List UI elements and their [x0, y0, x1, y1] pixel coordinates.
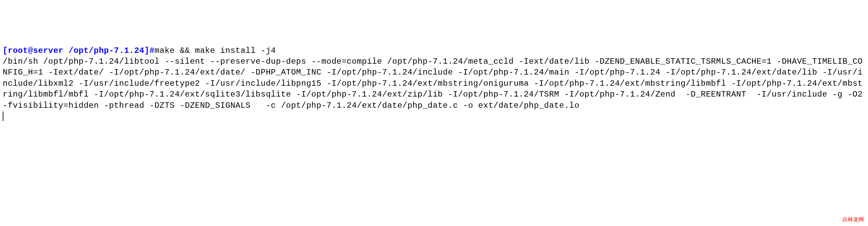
prompt-user-host: [root@server	[3, 46, 63, 55]
command-input[interactable]: make && make install -j4	[154, 46, 276, 55]
cursor	[3, 111, 3, 121]
prompt-symbol: #	[149, 46, 154, 55]
terminal-output: /bin/sh /opt/php-7.1.24/libtool --silent…	[3, 57, 868, 110]
prompt-path: /opt/php-7.1.24]	[63, 46, 149, 55]
terminal-screen[interactable]: [root@server /opt/php-7.1.24]#make && ma…	[3, 45, 865, 122]
